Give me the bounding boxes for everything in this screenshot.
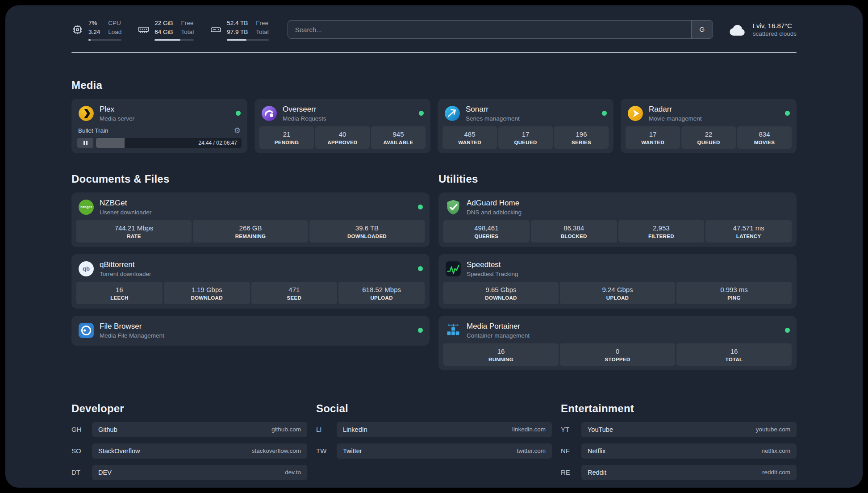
resource-body: 7%3.24CPULoad [88,19,121,41]
bookmark-row: LILinkedInlinkedin.com [316,422,552,437]
section-title-utilities: Utilities [438,173,797,185]
stat-blocked: 86,384BLOCKED [531,220,617,242]
service-stats: 498,461QUERIES86,384BLOCKED2,953FILTERED… [443,220,792,242]
stat-label: REMAINING [194,234,307,239]
bookmark-row: YTYouTubeyoutube.com [561,422,797,437]
bookmark-group-title: Entertainment [561,402,797,415]
bookmark-name: DEV [98,469,112,476]
service-description: Container management [467,332,530,339]
stat-ping: 0.993 msPING [676,282,792,304]
stat-stopped: 0STOPPED [560,343,675,366]
service-card-plex[interactable]: PlexMedia serverBullet Train⚙24:44 / 02:… [71,99,247,153]
resource-value: 97.9 TB [227,28,248,37]
service-name: AdGuard Home [467,199,522,208]
bookmark-url: github.com [271,426,301,433]
bookmark-name: YouTube [588,426,613,433]
service-name: Sonarr [466,105,520,114]
sonarr-logo-icon [444,105,460,121]
stat-value: 498,461 [444,224,529,232]
service-card-nzbget[interactable]: nzbgetNZBGetUsenet downloader744.21 Mbps… [71,192,430,247]
service-header: PlexMedia server [76,103,242,126]
playback-progress-fill [96,138,125,148]
bookmark-rows: LILinkedInlinkedin.comTWTwittertwitter.c… [316,422,552,459]
service-card-qbittorrent[interactable]: qbqBittorrentTorrent downloader16LEECH1.… [71,254,430,309]
bookmark-abbr: YT [561,426,581,433]
stat-value: 9.65 Gbps [444,286,558,293]
resource-labels: FreeTotal [181,19,194,37]
status-online-dot [785,111,790,116]
bookmark-rows: YTYouTubeyoutube.comNFNetflixnetflix.com… [561,422,797,480]
memory-icon [138,24,150,36]
stat-value: 834 [738,130,791,138]
service-meta: RadarrMovie management [649,105,702,122]
service-description: Media server [100,115,134,122]
resource-body: 52.4 TB97.9 TBFreeTotal [227,19,269,41]
media-player-widget: Bullet Train⚙24:44 / 02:06:47 [76,126,242,149]
stat-seed: 471SEED [251,282,338,304]
playback-time: 24:44 / 02:06:47 [198,140,237,146]
service-meta: PlexMedia server [100,105,134,122]
service-card-speedtest[interactable]: SpeedtestSpeedtest Tracking9.65 GbpsDOWN… [438,254,797,309]
weather-widget[interactable]: Lviv, 16.87°C scattered clouds [728,21,797,38]
stat-upload: 618.52 MbpsUPLOAD [338,282,425,304]
bookmark-link-netflix[interactable]: Netflixnetflix.com [581,443,797,459]
service-stats: 744.21 MbpsRATE266 GBREMAINING39.6 TBDOW… [76,220,425,242]
gear-icon[interactable]: ⚙ [234,127,241,134]
status-online-dot [236,111,241,116]
pause-button[interactable] [77,138,93,148]
stat-queries: 498,461QUERIES [443,220,530,242]
bookmark-abbr: DT [71,468,92,476]
stat-value: 9.24 Gbps [561,286,674,293]
cloud-icon [728,21,747,38]
bookmark-group-title: Developer [71,402,307,415]
service-stats: 485WANTED17QUEUED196SERIES [442,126,609,149]
bookmark-group-social: SocialLILinkedInlinkedin.comTWTwittertwi… [316,402,552,480]
search-input[interactable] [288,21,691,38]
service-name: Speedtest [467,260,518,269]
service-card-file-browser[interactable]: File BrowserMedia File Management [71,316,430,346]
stat-approved: 40APPROVED [315,126,370,149]
stat-value: 17 [626,130,679,138]
qbittorrent-logo-icon: qb [78,261,94,277]
bookmark-name: Github [98,426,117,433]
bookmark-abbr: TW [316,447,337,455]
search-provider-button[interactable]: G [691,21,713,38]
topbar-divider [71,52,797,53]
stat-label: WANTED [443,140,496,145]
bookmark-groups: DeveloperGHGithubgithub.comSOStackOverfl… [71,402,797,480]
bookmark-link-stackoverflow[interactable]: StackOverflowstackoverflow.com [92,443,307,459]
service-card-radarr[interactable]: RadarrMovie management17WANTED22QUEUED83… [621,99,797,153]
cpu-icon [71,24,83,36]
stat-series: 196SERIES [554,126,609,149]
stat-label: UPLOAD [339,295,424,301]
bookmark-link-github[interactable]: Githubgithub.com [92,422,307,437]
stat-queued: 17QUEUED [498,126,553,149]
service-name: qBittorrent [100,260,151,269]
stat-value: 22 [682,130,735,138]
service-meta: NZBGetUsenet downloader [100,199,151,216]
service-meta: File BrowserMedia File Management [100,322,164,339]
service-card-sonarr[interactable]: SonarrSeries management485WANTED17QUEUED… [438,99,613,153]
bookmark-link-linkedin[interactable]: LinkedInlinkedin.com [337,422,552,437]
stat-value: 471 [252,286,337,293]
service-card-media-portainer[interactable]: Media PortainerContainer management16RUN… [438,316,797,370]
service-description: Media File Management [100,332,164,339]
bookmark-link-reddit[interactable]: Redditreddit.com [581,465,797,480]
stat-label: RUNNING [444,357,558,362]
utilities-service-list: AdGuard HomeDNS and adblocking498,461QUE… [438,192,797,370]
service-stats: 9.65 GbpsDOWNLOAD9.24 GbpsUPLOAD0.993 ms… [443,282,792,304]
bookmark-row: DTDEVdev.to [71,465,307,480]
stat-label: QUEUED [682,140,735,145]
bookmark-link-youtube[interactable]: YouTubeyoutube.com [581,422,797,437]
bookmark-link-twitter[interactable]: Twittertwitter.com [337,443,552,459]
bookmark-link-dev[interactable]: DEVdev.to [92,465,307,480]
service-description: Series management [466,115,520,122]
stat-value: 2,953 [619,224,704,232]
stat-value: 16 [444,347,558,355]
stat-value: 1.19 Gbps [165,286,249,293]
bookmark-url: dev.to [285,469,301,476]
bookmark-group-developer: DeveloperGHGithubgithub.comSOStackOverfl… [71,402,307,480]
service-card-adguard-home[interactable]: AdGuard HomeDNS and adblocking498,461QUE… [438,192,797,247]
stat-label: QUERIES [444,234,529,239]
service-card-overseerr[interactable]: OverseerrMedia Requests21PENDING40APPROV… [255,99,430,153]
